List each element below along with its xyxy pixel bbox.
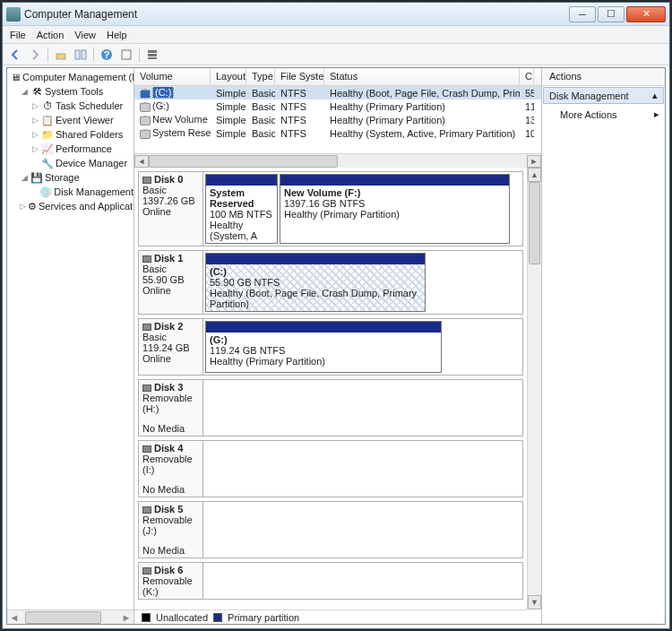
svg-rect-6	[148, 50, 157, 53]
tree-sharedfolders[interactable]: ▷📁Shared Folders	[9, 127, 134, 142]
col-type[interactable]: Type	[246, 68, 275, 85]
legend-unalloc-swatch	[142, 613, 151, 622]
actions-header: Actions	[542, 68, 665, 86]
disk-vscroll[interactable]: ▲▼	[527, 168, 541, 609]
svg-rect-7	[148, 54, 157, 56]
disk-info: Disk 4Removable (I:)No Media	[139, 441, 203, 497]
disk-icon: 💿	[39, 186, 52, 198]
tree-storage[interactable]: ◢💾Storage	[9, 170, 134, 185]
legend-unalloc: Unallocated	[156, 612, 208, 623]
menu-file[interactable]: File	[10, 30, 26, 40]
disk-info: Disk 0Basic1397.26 GBOnline	[139, 172, 203, 246]
services-icon: ⚙	[28, 200, 37, 212]
back-button[interactable]	[6, 46, 24, 64]
drive-icon	[140, 130, 151, 139]
tree-eventviewer[interactable]: ▷📋Event Viewer	[9, 113, 134, 127]
disk-parts: System Reserved100 MB NTFSHealthy (Syste…	[203, 172, 522, 246]
col-fs[interactable]: File System	[275, 68, 324, 85]
actions-more[interactable]: More Actions▸	[542, 105, 665, 124]
clock-icon: ⏱	[41, 99, 54, 112]
disk-block[interactable]: Disk 2Basic119.24 GBOnline(G:)119.24 GB …	[138, 318, 523, 376]
volume-hscroll[interactable]: ◄►	[134, 153, 541, 168]
svg-rect-0	[56, 54, 65, 59]
disk-parts: (C:)55.90 GB NTFSHealthy (Boot, Page Fil…	[203, 251, 522, 314]
svg-rect-8	[148, 57, 157, 59]
svg-rect-5	[122, 50, 131, 59]
maximize-button[interactable]: ☐	[598, 6, 625, 22]
disk-parts	[203, 502, 522, 558]
chevron-right-icon: ▸	[654, 108, 659, 120]
drive-icon	[140, 117, 151, 125]
show-hide-button[interactable]	[72, 46, 90, 64]
collapse-icon: ▴	[652, 90, 658, 101]
disk-block[interactable]: Disk 1Basic55.90 GBOnline(C:)55.90 GB NT…	[138, 250, 523, 315]
actions-sub-diskmgmt[interactable]: Disk Management▴	[543, 87, 664, 104]
svg-rect-2	[82, 50, 86, 59]
tree-performance[interactable]: ▷📈Performance	[9, 142, 134, 156]
tree-hscroll[interactable]: ◄►	[7, 609, 134, 624]
tree-systools[interactable]: ◢🛠System Tools	[9, 84, 134, 99]
drive-icon	[140, 90, 151, 99]
tree-diskmgmt[interactable]: 💿Disk Management	[9, 185, 134, 199]
partition-bar	[280, 175, 509, 186]
disk-info: Disk 5Removable (J:)No Media	[139, 502, 203, 558]
app-icon	[6, 7, 21, 22]
perf-icon: 📈	[41, 143, 54, 155]
svg-rect-1	[75, 50, 80, 59]
disk-block[interactable]: Disk 4Removable (I:)No Media	[138, 440, 523, 497]
legend-primary: Primary partition	[228, 612, 299, 623]
disk-info: Disk 3Removable (H:)No Media	[139, 380, 203, 436]
partition[interactable]: (C:)55.90 GB NTFSHealthy (Boot, Page Fil…	[205, 253, 426, 312]
tree-services[interactable]: ▷⚙Services and Applications	[9, 199, 134, 213]
help-button[interactable]: ?	[98, 46, 116, 64]
col-volume[interactable]: Volume	[134, 68, 211, 85]
up-button[interactable]	[52, 46, 70, 64]
disk-parts: (G:)119.24 GB NTFSHealthy (Primary Parti…	[203, 319, 522, 375]
tree-root[interactable]: 🖥Computer Management (Local	[9, 70, 134, 84]
volume-row[interactable]: System ReservedSimpleBasicNTFSHealthy (S…	[134, 126, 541, 140]
volume-list: Volume Layout Type File System Status C …	[134, 68, 541, 153]
tree-pane: 🖥Computer Management (Local ◢🛠System Too…	[7, 68, 134, 624]
event-icon: 📋	[41, 114, 54, 126]
disk-block[interactable]: Disk 3Removable (H:)No Media	[138, 379, 523, 437]
minimize-button[interactable]: ─	[569, 6, 596, 22]
forward-button[interactable]	[26, 46, 44, 64]
disk-info: Disk 2Basic119.24 GBOnline	[139, 319, 203, 375]
disk-block[interactable]: Disk 5Removable (J:)No Media	[138, 501, 523, 558]
mid-pane: Volume Layout Type File System Status C …	[134, 68, 542, 624]
svg-text:?: ?	[104, 49, 110, 60]
volume-row[interactable]: (C:)SimpleBasicNTFSHealthy (Boot, Page F…	[134, 86, 541, 99]
partition[interactable]: (G:)119.24 GB NTFSHealthy (Primary Parti…	[205, 321, 442, 373]
disk-info: Disk 1Basic55.90 GBOnline	[139, 251, 203, 314]
menu-action[interactable]: Action	[37, 30, 65, 40]
list-button[interactable]	[143, 46, 161, 64]
disk-block[interactable]: Disk 0Basic1397.26 GBOnlineSystem Reserv…	[138, 171, 523, 246]
disk-block[interactable]: Disk 6Removable (K:)	[138, 562, 523, 600]
volume-row[interactable]: New Volume (F:)SimpleBasicNTFSHealthy (P…	[134, 113, 541, 126]
titlebar[interactable]: Computer Management ─ ☐ ✕	[3, 3, 669, 26]
folder-icon: 📁	[41, 128, 54, 141]
tools-icon: 🛠	[30, 85, 43, 98]
menu-help[interactable]: Help	[107, 30, 127, 40]
device-icon: 🔧	[41, 157, 54, 169]
menubar: File Action View Help	[3, 26, 669, 44]
col-status[interactable]: Status	[324, 68, 520, 85]
window: Computer Management ─ ☐ ✕ File Action Vi…	[2, 2, 670, 629]
actions-pane: Actions Disk Management▴ More Actions▸	[542, 68, 665, 624]
partition[interactable]: System Reserved100 MB NTFSHealthy (Syste…	[205, 174, 278, 244]
legend: Unallocated Primary partition	[134, 609, 527, 624]
partition-bar	[206, 254, 425, 264]
volume-row[interactable]: (G:)SimpleBasicNTFSHealthy (Primary Part…	[134, 99, 541, 113]
tree-devicemgr[interactable]: 🔧Device Manager	[9, 156, 134, 170]
partition[interactable]: New Volume (F:)1397.16 GB NTFSHealthy (P…	[280, 174, 510, 244]
close-button[interactable]: ✕	[626, 6, 666, 22]
disk-parts	[203, 380, 522, 436]
col-c[interactable]: C	[520, 68, 534, 85]
col-layout[interactable]: Layout	[211, 68, 246, 85]
storage-icon: 💾	[30, 171, 43, 184]
tree-taskscheduler[interactable]: ▷⏱Task Scheduler	[9, 99, 134, 113]
volume-header[interactable]: Volume Layout Type File System Status C	[134, 68, 541, 86]
partition-bar	[206, 175, 277, 186]
refresh-button[interactable]	[117, 46, 135, 64]
menu-view[interactable]: View	[74, 30, 96, 40]
